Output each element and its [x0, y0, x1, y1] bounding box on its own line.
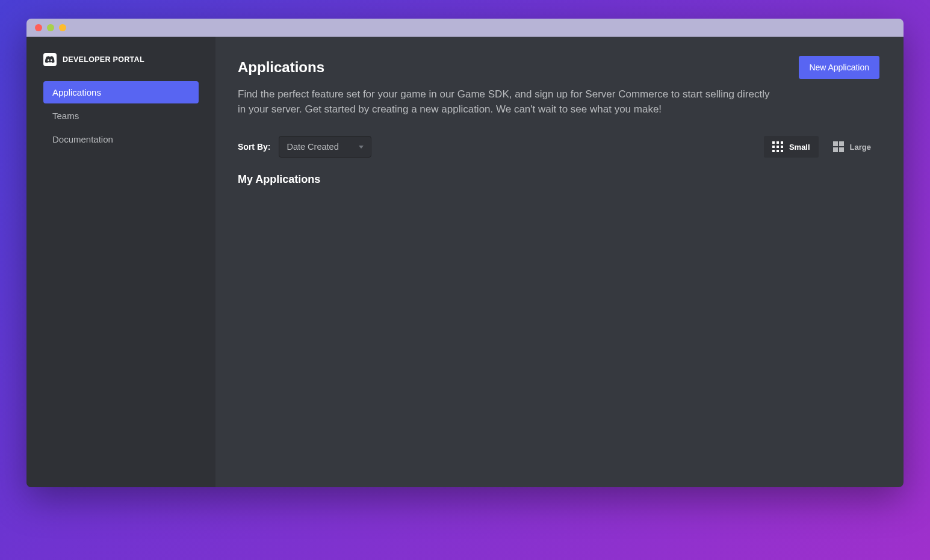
- page-title: Applications: [238, 59, 324, 76]
- window-maximize-button[interactable]: [59, 24, 66, 31]
- app-body: DEVELOPER PORTAL Applications Teams Docu…: [26, 37, 904, 487]
- svg-rect-12: [839, 147, 844, 152]
- svg-rect-0: [772, 141, 775, 144]
- section-title: My Applications: [238, 173, 879, 186]
- view-toggle-small-label: Small: [789, 143, 810, 152]
- sidebar-item-applications[interactable]: Applications: [43, 81, 199, 103]
- sort-select-value: Date Created: [287, 142, 338, 152]
- window-minimize-button[interactable]: [47, 24, 54, 31]
- svg-rect-1: [777, 141, 779, 144]
- sort-label: Sort By:: [238, 142, 270, 152]
- window-close-button[interactable]: [35, 24, 42, 31]
- svg-rect-3: [772, 146, 775, 148]
- brand-label: DEVELOPER PORTAL: [63, 55, 144, 64]
- header-row: Applications New Application: [238, 56, 879, 79]
- sidebar-item-teams[interactable]: Teams: [43, 105, 199, 127]
- sidebar-item-documentation[interactable]: Documentation: [43, 128, 199, 150]
- sort-group: Sort By: Date Created: [238, 136, 371, 158]
- window-titlebar: [26, 19, 904, 37]
- grid-large-icon: [833, 141, 844, 152]
- chevron-down-icon: [359, 146, 364, 149]
- app-window: DEVELOPER PORTAL Applications Teams Docu…: [26, 19, 904, 487]
- main-content: Applications New Application Find the pe…: [215, 37, 904, 487]
- discord-logo-icon: [43, 53, 57, 66]
- svg-rect-11: [833, 147, 838, 152]
- svg-rect-4: [777, 146, 779, 148]
- controls-row: Sort By: Date Created: [238, 136, 879, 158]
- sort-select[interactable]: Date Created: [279, 136, 371, 158]
- svg-rect-10: [839, 141, 844, 146]
- svg-rect-6: [772, 150, 775, 152]
- svg-rect-5: [781, 146, 783, 148]
- view-toggle-large-label: Large: [850, 143, 871, 152]
- view-toggles: Small Large: [764, 136, 879, 158]
- svg-rect-2: [781, 141, 783, 144]
- new-application-button[interactable]: New Application: [799, 56, 879, 79]
- svg-rect-8: [781, 150, 783, 152]
- grid-small-icon: [772, 141, 783, 152]
- sidebar: DEVELOPER PORTAL Applications Teams Docu…: [26, 37, 215, 487]
- brand: DEVELOPER PORTAL: [43, 53, 199, 66]
- page-description: Find the perfect feature set for your ga…: [238, 87, 780, 117]
- view-toggle-large[interactable]: Large: [825, 136, 879, 158]
- svg-rect-7: [777, 150, 779, 152]
- view-toggle-small[interactable]: Small: [764, 136, 819, 158]
- svg-rect-9: [833, 141, 838, 146]
